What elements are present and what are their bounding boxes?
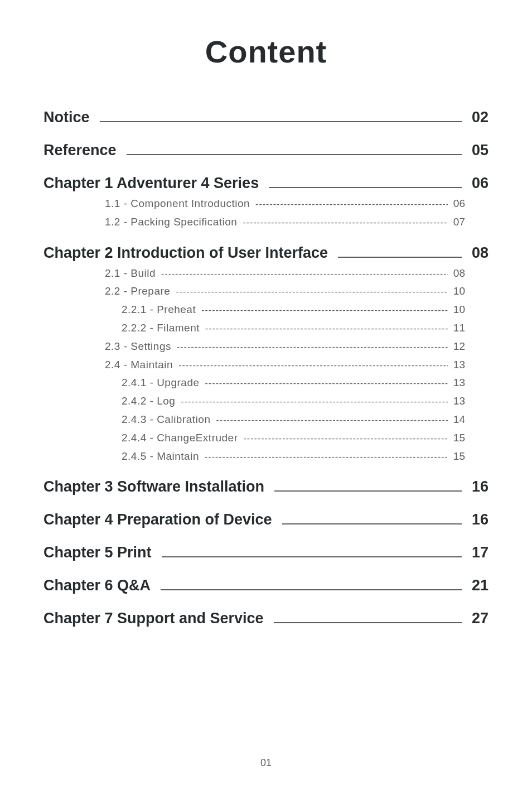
- toc-dot-leader: ----------------------------------------…: [216, 415, 447, 425]
- toc-major-page: 05: [472, 142, 489, 159]
- toc-sub-row: 2.4 - Maintain--------------------------…: [43, 359, 489, 372]
- toc-sub-row: 1.1 - Component Introduction------------…: [43, 198, 489, 210]
- toc-major-label: Chapter 4 Preparation of Device: [43, 511, 272, 528]
- toc-sub-page: 14: [453, 413, 489, 426]
- toc-major-label: Chapter 2 Introduction of User Interface: [43, 244, 328, 262]
- toc-rule: [100, 121, 462, 122]
- toc-major-page: 02: [472, 109, 489, 126]
- toc-sub-label: 2.3 - Settings: [105, 340, 171, 353]
- toc-sub-page: 13: [453, 359, 489, 372]
- toc-sub-row: 2.4.2 - Log-----------------------------…: [43, 395, 489, 408]
- toc-sub-label: 2.2.1 - Preheat: [122, 304, 196, 316]
- toc-sub-row: 2.4.1 - Upgrade-------------------------…: [43, 377, 489, 389]
- toc-sub-row: 2.4.3 - Calibration---------------------…: [43, 413, 489, 426]
- toc-dot-leader: ----------------------------------------…: [201, 305, 448, 315]
- toc-dot-leader: ----------------------------------------…: [244, 433, 448, 444]
- toc-major-label: Chapter 6 Q&A: [43, 577, 151, 594]
- toc-major-row: Chapter 6 Q&A21: [43, 577, 489, 594]
- page-container: Content Notice02Reference05Chapter 1 Adv…: [0, 0, 532, 627]
- toc-dot-leader: ----------------------------------------…: [181, 396, 448, 407]
- table-of-contents: Notice02Reference05Chapter 1 Adventurer …: [43, 109, 489, 627]
- toc-sub-row: 2.2.1 - Preheat-------------------------…: [43, 304, 489, 316]
- page-title: Content: [43, 33, 489, 70]
- toc-sub-page: 15: [453, 432, 489, 445]
- toc-rule: [274, 622, 462, 623]
- toc-dot-leader: ----------------------------------------…: [176, 286, 447, 297]
- toc-sub-label: 2.4.1 - Upgrade: [122, 377, 200, 389]
- toc-rule: [269, 187, 462, 188]
- toc-major-row: Chapter 7 Support and Service27: [43, 610, 489, 627]
- toc-sub-label: 2.4.3 - Calibration: [122, 413, 210, 426]
- toc-sub-page: 11: [453, 322, 489, 335]
- toc-dot-leader: ----------------------------------------…: [178, 360, 448, 370]
- toc-sub-label: 2.4.4 - ChangeExtruder: [122, 432, 238, 445]
- toc-major-row: Chapter 1 Adventurer 4 Series06: [43, 175, 489, 192]
- toc-sub-page: 10: [453, 304, 489, 316]
- toc-major-page: 17: [472, 544, 489, 561]
- toc-major-label: Notice: [43, 109, 90, 126]
- toc-major-row: Chapter 4 Preparation of Device16: [43, 511, 489, 528]
- toc-sub-label: 2.1 - Build: [105, 267, 156, 280]
- toc-sub-row: 2.4.4 - ChangeExtruder------------------…: [43, 432, 489, 445]
- toc-sub-page: 12: [453, 340, 489, 353]
- toc-sub-page: 06: [453, 198, 489, 210]
- toc-sub-row: 2.2 - Prepare---------------------------…: [43, 285, 489, 298]
- toc-sub-row: 2.4.5 - Maintain------------------------…: [43, 450, 489, 463]
- toc-sub-page: 10: [453, 285, 489, 298]
- toc-major-row: Chapter 3 Software Installation16: [43, 478, 489, 495]
- toc-rule: [162, 556, 462, 557]
- toc-major-label: Chapter 1 Adventurer 4 Series: [43, 175, 259, 192]
- toc-rule: [338, 257, 462, 258]
- toc-dot-leader: ----------------------------------------…: [205, 451, 448, 462]
- page-number-footer: 01: [0, 757, 532, 769]
- toc-dot-leader: ----------------------------------------…: [177, 341, 448, 352]
- toc-sub-label: 2.2.2 - Filament: [122, 322, 200, 335]
- toc-sub-row: 2.1 - Build-----------------------------…: [43, 267, 489, 280]
- toc-major-page: 27: [472, 610, 489, 627]
- toc-major-page: 16: [472, 478, 489, 495]
- toc-sub-label: 2.4.2 - Log: [122, 395, 175, 408]
- toc-sub-label: 2.4.5 - Maintain: [122, 450, 199, 463]
- toc-rule: [127, 154, 462, 155]
- toc-major-row: Chapter 5 Print17: [43, 544, 489, 561]
- toc-major-page: 06: [472, 175, 489, 192]
- toc-sub-page: 07: [453, 216, 489, 229]
- toc-sub-row: 2.3 - Settings--------------------------…: [43, 340, 489, 353]
- toc-sub-page: 13: [453, 377, 489, 389]
- toc-sub-page: 15: [453, 450, 489, 463]
- toc-dot-leader: ----------------------------------------…: [161, 268, 448, 279]
- toc-sub-page: 13: [453, 395, 489, 408]
- toc-sub-row: 1.2 - Packing Specification-------------…: [43, 216, 489, 229]
- toc-major-page: 16: [472, 511, 489, 528]
- toc-rule: [274, 490, 462, 492]
- toc-major-label: Chapter 7 Support and Service: [43, 610, 264, 627]
- toc-rule: [282, 523, 462, 524]
- toc-dot-leader: ----------------------------------------…: [243, 217, 447, 228]
- toc-dot-leader: ----------------------------------------…: [205, 323, 448, 334]
- toc-major-page: 08: [472, 244, 489, 262]
- toc-major-label: Chapter 3 Software Installation: [43, 478, 264, 495]
- toc-dot-leader: ----------------------------------------…: [255, 199, 448, 209]
- toc-sub-label: 2.4 - Maintain: [105, 359, 173, 372]
- toc-major-row: Chapter 2 Introduction of User Interface…: [43, 244, 489, 262]
- toc-sub-label: 1.1 - Component Introduction: [105, 198, 250, 210]
- toc-sub-label: 1.2 - Packing Specification: [105, 216, 237, 229]
- toc-major-row: Notice02: [43, 109, 489, 126]
- toc-major-row: Reference05: [43, 142, 489, 159]
- toc-major-label: Chapter 5 Print: [43, 544, 152, 561]
- toc-sub-label: 2.2 - Prepare: [105, 285, 170, 298]
- toc-major-page: 21: [472, 577, 489, 594]
- toc-sub-row: 2.2.2 - Filament------------------------…: [43, 322, 489, 335]
- toc-dot-leader: ----------------------------------------…: [205, 378, 448, 388]
- toc-rule: [161, 589, 462, 590]
- toc-major-label: Reference: [43, 142, 117, 159]
- toc-sub-page: 08: [453, 267, 489, 280]
